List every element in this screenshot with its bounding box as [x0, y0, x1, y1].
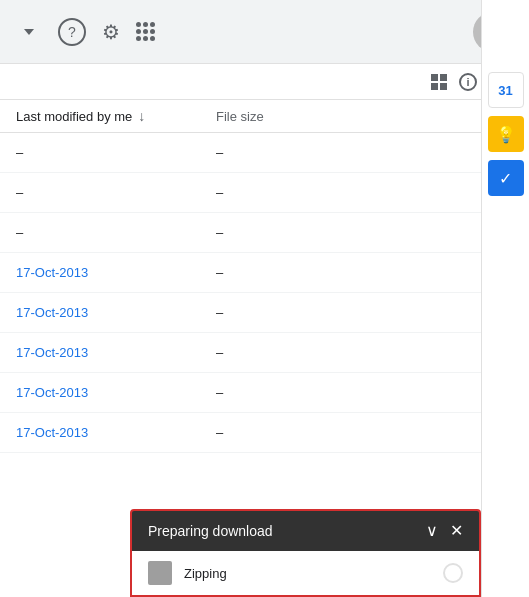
main-content: Last modified by me ↓ File size ––––––17… [0, 100, 481, 597]
cell-size: – [216, 385, 223, 400]
apps-grid-icon[interactable] [136, 22, 155, 41]
cell-modified: 17-Oct-2013 [16, 305, 216, 320]
sidebar-calendar-app[interactable]: 31 [488, 72, 524, 108]
cell-size: – [216, 345, 223, 360]
toolbar-icons: ? ⚙ [58, 18, 155, 46]
download-toast: Preparing download ∨ ✕ Zipping [130, 509, 481, 597]
toolbar-left: ? ⚙ [16, 18, 473, 46]
table-row[interactable]: –– [0, 213, 481, 253]
sub-toolbar-icons: i [431, 73, 477, 91]
cell-size: – [216, 265, 223, 280]
chevron-down-icon [24, 29, 34, 35]
table-row[interactable]: 17-Oct-2013– [0, 293, 481, 333]
column-modified-header[interactable]: Last modified by me ↓ [16, 108, 216, 124]
cell-size: – [216, 425, 223, 440]
dropdown-button[interactable] [16, 21, 42, 43]
cell-modified: 17-Oct-2013 [16, 345, 216, 360]
table-row[interactable]: –– [0, 173, 481, 213]
toast-actions: ∨ ✕ [426, 523, 463, 539]
cell-modified: 17-Oct-2013 [16, 265, 216, 280]
cell-modified: – [16, 145, 216, 160]
loading-spinner [443, 563, 463, 583]
toolbar: ? ⚙ [0, 0, 529, 64]
zip-file-icon [148, 561, 172, 585]
toast-title: Preparing download [148, 523, 273, 539]
cell-size: – [216, 305, 223, 320]
table-rows: ––––––17-Oct-2013–17-Oct-2013–17-Oct-201… [0, 133, 481, 453]
cell-size: – [216, 225, 223, 240]
cell-modified: 17-Oct-2013 [16, 385, 216, 400]
sub-toolbar: i [0, 64, 529, 100]
cell-modified: 17-Oct-2013 [16, 425, 216, 440]
cell-modified: – [16, 225, 216, 240]
toast-close-button[interactable]: ✕ [450, 523, 463, 539]
table-row[interactable]: 17-Oct-2013– [0, 333, 481, 373]
toast-header: Preparing download ∨ ✕ [132, 511, 479, 551]
zip-item-label: Zipping [184, 566, 431, 581]
toast-body: Zipping [132, 551, 479, 595]
settings-icon[interactable]: ⚙ [102, 20, 120, 44]
table-row[interactable]: –– [0, 133, 481, 173]
sidebar-keep-app[interactable]: 💡 [488, 116, 524, 152]
grid-view-icon[interactable] [431, 74, 447, 90]
column-size-header[interactable]: File size [216, 109, 264, 124]
table-row[interactable]: 17-Oct-2013– [0, 413, 481, 453]
toast-collapse-button[interactable]: ∨ [426, 523, 438, 539]
info-icon[interactable]: i [459, 73, 477, 91]
cell-size: – [216, 145, 223, 160]
table-header: Last modified by me ↓ File size [0, 100, 481, 133]
file-table: Last modified by me ↓ File size ––––––17… [0, 100, 481, 453]
help-icon[interactable]: ? [58, 18, 86, 46]
table-row[interactable]: 17-Oct-2013– [0, 253, 481, 293]
sidebar-tasks-app[interactable]: ✓ [488, 160, 524, 196]
right-sidebar: 31 💡 ✓ [481, 0, 529, 597]
cell-modified: – [16, 185, 216, 200]
cell-size: – [216, 185, 223, 200]
sort-arrow-icon: ↓ [138, 108, 145, 124]
table-row[interactable]: 17-Oct-2013– [0, 373, 481, 413]
